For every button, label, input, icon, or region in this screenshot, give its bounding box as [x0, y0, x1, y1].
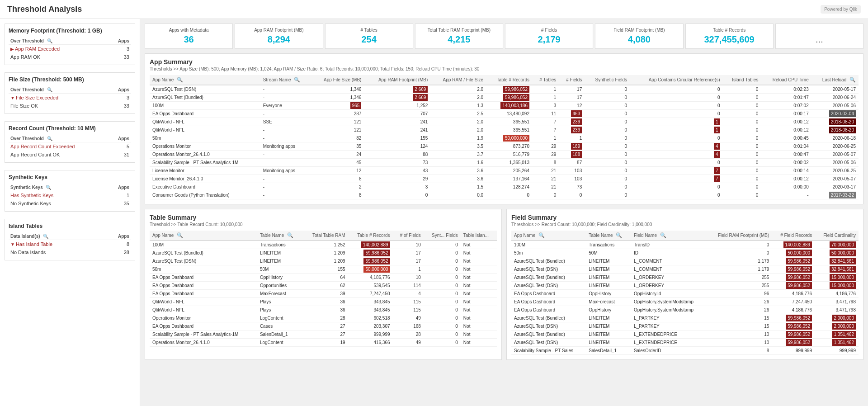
table-row[interactable]: App Record Count OK 31 [9, 151, 131, 159]
table-row[interactable]: 100M Transactions 1,252 140,002,889 10 0… [150, 241, 497, 249]
fs-table-search[interactable]: 🔍 [616, 232, 622, 238]
app-ram-exceeded-label[interactable]: ▶App RAM Exceeded [9, 45, 104, 53]
ts-records-cell: 999,999 [348, 330, 393, 339]
table-row[interactable]: AzureSQL Test (Bundled) LINEITEM L_EXTEN… [511, 330, 859, 339]
fs-field-cell: L_EXTENDEDPRICE [631, 339, 707, 347]
table-row[interactable]: No Synthetic Keys 35 [9, 199, 131, 208]
table-row[interactable]: AzureSQL Test (DSN) LINEITEM L_ORDERKEY … [511, 282, 859, 290]
table-row[interactable]: EA Opps Dashboard MaxForecast OppHistory… [511, 298, 859, 306]
cpu-cell: 0:00:47 [761, 151, 811, 159]
table-row[interactable]: AzureSQL Test (Bundled) LINEITEM L_COMME… [511, 257, 859, 265]
table-row[interactable]: Operations Monitor LogContent 28 602,518… [150, 314, 497, 322]
table-row[interactable]: Scalability Sample - PT Sales Analytics-… [150, 330, 497, 339]
table-row[interactable]: AzureSQL Test (DSN) LINEITEM L_EXTENDEDP… [511, 339, 859, 347]
table-row[interactable]: Executive Dashboard - 2 3 1.5 128,274 21… [150, 183, 859, 191]
fs-field-search[interactable]: 🔍 [660, 232, 666, 238]
ts-fields-cell: 17 [393, 249, 424, 257]
table-row[interactable]: QlikWorld - NFL SSE 121 241 2.0 365,551 … [150, 118, 859, 126]
table-row[interactable]: ▼File Size Exceeded 3 [9, 94, 131, 102]
table-row[interactable]: AzureSQL Test (Bundled) LINEITEM L_ORDER… [511, 274, 859, 282]
fs-app-search[interactable]: 🔍 [538, 232, 545, 238]
table-row[interactable]: AzureSQL Test (DSN) - 1,346 2,669 2.0 59… [150, 85, 859, 94]
circular-cell: 7 [630, 167, 722, 175]
table-row[interactable]: Operations Monitor_26.4.1.0 - 24 88 3.7 … [150, 151, 859, 159]
table-row[interactable]: EA Opps Dashboard Opportunities 62 539,5… [150, 282, 497, 290]
table-row[interactable]: AzureSQL Test (Bundled) - 1,346 2,669 2.… [150, 94, 859, 102]
island-tables-section: Island Tables Data Island(s) 🔍 Apps ▼Has… [5, 219, 135, 260]
table-row[interactable]: EA Opps Dashboard OppHistory OppHistory.… [511, 290, 859, 298]
ratio-cell: 2.0 [430, 126, 486, 134]
ts-table-cell: SalesDetail_1 [257, 330, 303, 339]
table-row[interactable]: Scalability Sample - PT Sales SalesDetai… [511, 347, 859, 355]
fs-table-cell: LINEITEM [586, 265, 631, 274]
record-search-icon[interactable]: 🔍 [47, 136, 52, 141]
table-row[interactable]: 100M Transactions TransID 0 140,002,889 … [511, 241, 859, 249]
table-row[interactable]: QlikWorld - NFL Plays 36 343,845 115 0 N… [150, 298, 497, 306]
table-row[interactable]: File Size OK 33 [9, 102, 131, 110]
has-synthetic-label[interactable]: Has Synthetic Keys [9, 191, 101, 200]
ratio-cell: 3.7 [430, 151, 486, 159]
records-cell: 205,264 [486, 167, 532, 175]
table-row[interactable]: 50m - 82 155 1.9 50,000,000 1 1 0 0 0 0:… [150, 134, 859, 142]
table-row[interactable]: AzureSQL Test (DSN) LINEITEM L_COMMENT 1… [511, 265, 859, 274]
ts-app-cell: EA Opps Dashboard [150, 274, 257, 282]
cpu-cell: 0:00:12 [761, 126, 811, 134]
fs-ram-cell: 10 [706, 330, 772, 339]
file-size-exceeded-label[interactable]: ▼File Size Exceeded [9, 94, 104, 102]
ts-table-cell: Cases [257, 322, 303, 330]
filesize-search-icon[interactable]: 🔍 [47, 87, 52, 92]
island-tables-table: Data Island(s) 🔍 Apps ▼Has Island Table … [9, 233, 131, 256]
table-row[interactable]: Consumer Goods (Python Translation) - 8 … [150, 191, 859, 199]
ts-island-cell: Not [461, 330, 497, 339]
table-row[interactable]: 100M Everyone 965 1,252 1.3 140,003,186 … [150, 102, 859, 110]
records-cell: 50,000,000 [486, 134, 532, 142]
table-row[interactable]: 50m 50M ID 0 50,000,000 50,000,000 [511, 249, 859, 257]
table-row[interactable]: EA Opps Dashboard - 287 707 2.5 13,480,0… [150, 110, 859, 118]
table-row[interactable]: EA Opps Dashboard MaxForecast 39 7,247,4… [150, 290, 497, 298]
synth-search-icon[interactable]: 🔍 [46, 185, 51, 190]
synth-cell: 0 [585, 94, 630, 102]
table-row[interactable]: EA Opps Dashboard OppHistory OppHistory.… [511, 306, 859, 314]
island-search-icon[interactable]: 🔍 [43, 234, 48, 239]
table-row[interactable]: No Data Islands 28 [9, 248, 131, 256]
table-row[interactable]: QlikWorld - NFL Plays 36 343,845 115 0 N… [150, 306, 497, 314]
ram-cell: 3 [364, 183, 430, 191]
table-row[interactable]: App Record Count Exceeded 5 [9, 142, 131, 151]
table-row[interactable]: QlikWorld - NFL - 121 241 2.0 365,551 7 … [150, 126, 859, 134]
table-row[interactable]: AzureSQL Test (Bundled) LINEITEM 1,209 5… [150, 249, 497, 257]
table-row[interactable]: Scalability Sample - PT Sales Analytics-… [150, 159, 859, 167]
table-row[interactable]: App RAM OK 33 [9, 53, 131, 61]
ts-table-search[interactable]: 🔍 [287, 232, 293, 238]
memory-search-icon[interactable]: 🔍 [47, 38, 52, 43]
table-row[interactable]: Has Synthetic Keys 1 [9, 191, 131, 200]
ts-col-records: Table # Records [348, 231, 393, 241]
table-row[interactable]: AzureSQL Test (Bundled) LINEITEM L_PARTK… [511, 314, 859, 322]
ts-table-cell: Opportunities [257, 282, 303, 290]
col-ratio: App RAM / File Size [430, 75, 486, 85]
table-row[interactable]: EA Opps Dashboard OppHistory 64 4,186,77… [150, 274, 497, 282]
table-row[interactable]: Operations Monitor Monitoring apps 35 12… [150, 142, 859, 151]
table-row[interactable]: 50m 50M 155 50,000,000 1 0 Not [150, 265, 497, 274]
table-row[interactable]: EA Opps Dashboard Cases 27 203,307 168 0… [150, 322, 497, 330]
app-name-search[interactable]: 🔍 [177, 77, 183, 82]
ts-app-cell: EA Opps Dashboard [150, 290, 257, 298]
ts-records-cell: 7,247,450 [348, 290, 393, 298]
stream-search[interactable]: 🔍 [294, 77, 300, 82]
table-row[interactable]: AzureSQL Test (DSN) LINEITEM L_PARTKEY 1… [511, 322, 859, 330]
ts-island-cell: Not [461, 339, 497, 347]
has-island-label[interactable]: ▼Has Island Table [9, 240, 101, 249]
fs-field-cell: L_COMMENT [631, 257, 707, 265]
app-record-exceeded-label[interactable]: App Record Count Exceeded [9, 142, 109, 151]
table-row[interactable]: License Monitor_26.4.1.0 - 8 29 3.6 137,… [150, 175, 859, 183]
table-row[interactable]: AzureSQL Test (DSN) LINEITEM 1,209 59,98… [150, 257, 497, 265]
table-row[interactable]: ▼Has Island Table 8 [9, 240, 131, 249]
kpi-tables: # Tables 254 [325, 24, 413, 49]
island-cell: 0 [723, 102, 761, 110]
fs-app-cell: AzureSQL Test (DSN) [511, 265, 586, 274]
reload-search[interactable]: 🔍 [849, 77, 856, 82]
fs-app-cell: EA Opps Dashboard [511, 290, 586, 298]
table-row[interactable]: Operations Monitor_26.4.1.0 LogContent 1… [150, 339, 497, 347]
ts-app-search[interactable]: 🔍 [177, 232, 183, 238]
table-row[interactable]: ▶App RAM Exceeded 3 [9, 45, 131, 53]
table-row[interactable]: License Monitor Monitoring apps 12 43 3.… [150, 167, 859, 175]
